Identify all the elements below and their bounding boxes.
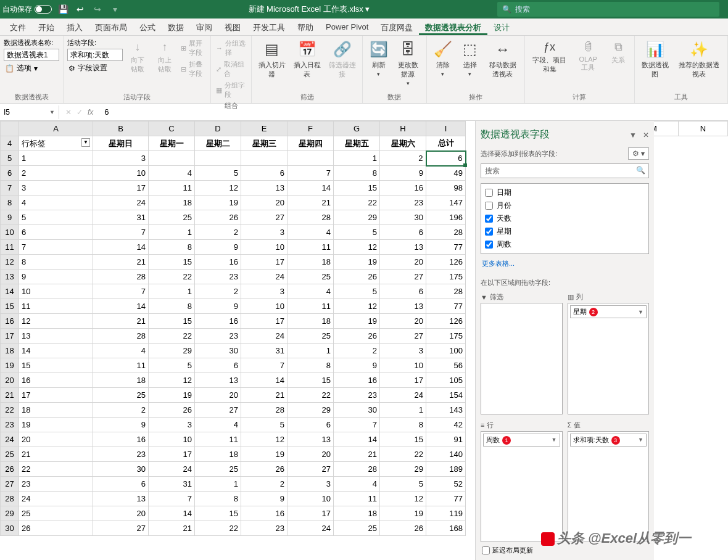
data-cell[interactable]: 9	[334, 358, 380, 373]
data-cell[interactable]: 31	[149, 477, 195, 492]
data-cell[interactable]: 21	[93, 255, 149, 270]
data-cell[interactable]: 28	[426, 225, 466, 240]
row-header-18[interactable]: 18	[1, 344, 19, 358]
data-cell[interactable]: 13	[287, 432, 334, 447]
autosave-toggle[interactable]: 自动保存	[2, 4, 52, 15]
data-cell[interactable]: 16	[334, 373, 380, 388]
pivot-name-input[interactable]	[4, 49, 59, 61]
data-cell[interactable]: 119	[426, 506, 466, 521]
data-cell[interactable]: 27	[380, 270, 426, 284]
data-cell[interactable]: 17	[93, 181, 149, 196]
data-cell[interactable]: 77	[426, 492, 466, 506]
data-cell[interactable]: 8	[287, 358, 334, 373]
row-field-item[interactable]: 周数1▼	[483, 434, 560, 447]
data-cell[interactable]: 24	[19, 492, 93, 506]
data-cell[interactable]: 24	[93, 196, 149, 210]
data-cell[interactable]: 23	[241, 521, 287, 536]
tab-帮助[interactable]: 帮助	[291, 19, 320, 35]
data-cell[interactable]: 31	[93, 210, 149, 225]
col-header-C[interactable]: C	[149, 121, 195, 136]
field-checkbox[interactable]	[485, 215, 493, 223]
data-cell[interactable]: 14	[19, 344, 93, 358]
select-button[interactable]: ⬚选择▾	[458, 38, 482, 78]
data-cell[interactable]: 20	[195, 388, 241, 403]
row-header-13[interactable]: 13	[1, 270, 19, 284]
data-cell[interactable]: 23	[334, 388, 380, 403]
data-cell[interactable]: 26	[334, 270, 380, 284]
data-cell[interactable]: 1	[195, 477, 241, 492]
data-cell[interactable]: 18	[287, 255, 334, 270]
data-cell[interactable]: 9	[380, 166, 426, 181]
data-cell[interactable]: 17	[287, 506, 334, 521]
col-header-D[interactable]: D	[195, 121, 241, 136]
data-cell[interactable]: 12	[380, 492, 426, 506]
col-header-E[interactable]: E	[241, 121, 287, 136]
data-cell[interactable]: 42	[426, 418, 466, 432]
data-cell[interactable]: 8	[195, 492, 241, 506]
data-cell[interactable]: 22	[149, 329, 195, 344]
data-cell[interactable]: 12	[195, 181, 241, 196]
data-cell[interactable]: 16	[93, 432, 149, 447]
data-cell[interactable]: 7	[19, 240, 93, 255]
row-header-19[interactable]: 19	[1, 358, 19, 373]
data-cell[interactable]: 21	[241, 388, 287, 403]
data-cell[interactable]: 4	[287, 225, 334, 240]
data-cell[interactable]: 28	[287, 210, 334, 225]
data-cell[interactable]: 12	[334, 240, 380, 255]
data-cell[interactable]: 91	[426, 432, 466, 447]
data-cell[interactable]: 5	[195, 166, 241, 181]
data-cell[interactable]: 1	[149, 284, 195, 299]
data-cell[interactable]: 22	[287, 388, 334, 403]
col-header-G[interactable]: G	[334, 121, 380, 136]
data-cell[interactable]: 8	[19, 255, 93, 270]
save-icon[interactable]: 💾	[57, 3, 69, 15]
data-cell[interactable]: 5	[380, 477, 426, 492]
data-cell[interactable]	[287, 151, 334, 166]
redo-icon[interactable]: ↪	[91, 3, 104, 15]
data-cell[interactable]: 2	[380, 151, 426, 166]
value-field-item[interactable]: 求和项:天数3▼	[570, 434, 647, 447]
name-box[interactable]: I5▼	[0, 105, 59, 119]
pane-search-input[interactable]	[481, 163, 649, 178]
options-button[interactable]: 📋 选项 ▾	[4, 62, 39, 74]
data-cell[interactable]: 23	[195, 270, 241, 284]
fields-items-sets-button[interactable]: ƒx字段、项目和集	[529, 38, 570, 75]
data-cell[interactable]: 12	[149, 373, 195, 388]
data-cell[interactable]: 21	[19, 447, 93, 462]
data-cell[interactable]: 5	[334, 284, 380, 299]
data-cell[interactable]: 175	[426, 270, 466, 284]
data-cell[interactable]: 13	[195, 373, 241, 388]
data-cell[interactable]: 26	[195, 210, 241, 225]
data-cell[interactable]: 28	[93, 270, 149, 284]
data-cell[interactable]: 23	[380, 196, 426, 210]
tab-开发工具[interactable]: 开发工具	[247, 19, 291, 35]
data-cell[interactable]: 7	[93, 284, 149, 299]
qat-more-icon[interactable]: ▾	[109, 3, 121, 15]
field-item-星期[interactable]: 星期	[484, 225, 646, 238]
data-cell[interactable]: 15	[380, 432, 426, 447]
data-cell[interactable]: 1	[149, 225, 195, 240]
data-cell[interactable]: 168	[426, 521, 466, 536]
values-area[interactable]: 求和项:天数3▼	[568, 431, 650, 543]
more-tables-link[interactable]: 更多表格...	[481, 254, 649, 273]
data-cell[interactable]: 14	[241, 373, 287, 388]
data-cell[interactable]: 25	[149, 210, 195, 225]
data-cell[interactable]: 11	[287, 240, 334, 255]
data-cell[interactable]: 29	[380, 462, 426, 477]
pivot-col-header[interactable]: 星期一	[149, 136, 195, 151]
insert-slicer-button[interactable]: ▤插入切片器	[255, 38, 288, 80]
data-cell[interactable]: 2	[241, 477, 287, 492]
data-cell[interactable]: 1	[334, 151, 380, 166]
data-cell[interactable]: 24	[241, 329, 287, 344]
field-item-周数[interactable]: 周数	[484, 238, 646, 251]
field-item-天数[interactable]: 天数	[484, 212, 646, 225]
data-cell[interactable]: 10	[241, 240, 287, 255]
data-cell[interactable]: 16	[195, 314, 241, 329]
row-header-12[interactable]: 12	[1, 255, 19, 270]
data-cell[interactable]: 2	[93, 403, 149, 418]
select-all-corner[interactable]	[1, 121, 19, 136]
data-cell[interactable]: 16	[195, 255, 241, 270]
row-header-5[interactable]: 5	[1, 151, 19, 166]
tab-开始[interactable]: 开始	[32, 19, 60, 35]
data-cell[interactable]: 6	[380, 284, 426, 299]
